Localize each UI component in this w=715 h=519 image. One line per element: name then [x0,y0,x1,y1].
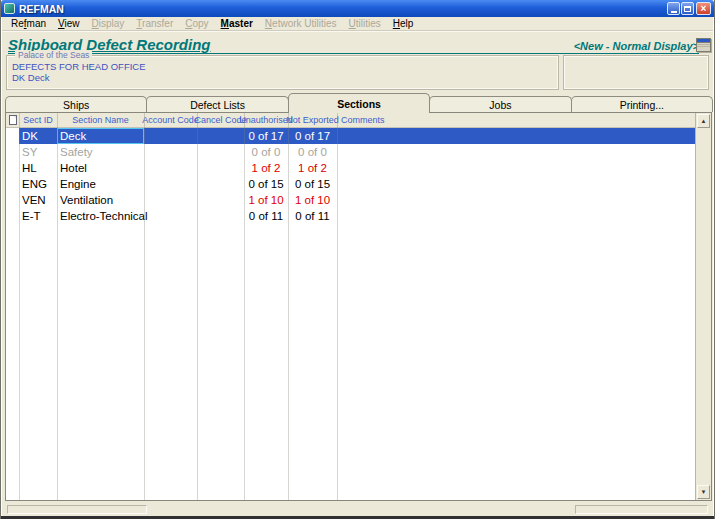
window-display-icon-grid [697,45,710,47]
cell-not-exported[interactable]: 0 of 15 [288,176,337,192]
menu-item-display: Display [86,18,131,29]
tab-jobs[interactable]: Jobs [429,96,571,112]
close-icon: × [701,4,707,14]
page-header: Shipboard Defect Recording <New - Normal… [8,33,699,54]
cell-cancel-code[interactable] [197,176,244,192]
table-row-dk[interactable]: DKDeck0 of 170 of 17 [19,128,695,144]
table-row-e-t[interactable]: E-TElectro-Technical0 of 110 of 11 [19,208,695,224]
cell-not-exported[interactable]: 1 of 10 [288,192,337,208]
cell-cancel-code[interactable] [197,160,244,176]
column-header-section-name[interactable]: Section Name [57,113,144,127]
menu-item-utilities: Utilities [343,18,387,29]
cell-sect-id[interactable]: DK [19,128,57,144]
cell-sect-id[interactable]: VEN [19,192,57,208]
cell-section-name[interactable]: Deck [57,128,144,144]
status-panel-right [575,505,708,514]
menu-item-transfer: Transfer [130,18,179,29]
restore-icon [684,6,691,12]
cell-section-name[interactable]: Engine [57,176,144,192]
menu-item-view[interactable]: View [52,18,86,29]
cell-account-code[interactable] [144,160,197,176]
menu-item-network-utilities: Network Utilities [259,18,343,29]
column-header-account-code[interactable]: Account Code [144,113,197,127]
defect-list-name: DEFECTS FOR HEAD OFFICE [7,61,558,72]
cell-cancel-code[interactable] [197,128,244,144]
tab-ships[interactable]: Ships [5,96,147,112]
cell-not-exported[interactable]: 0 of 0 [288,144,337,160]
row-indicator-column [6,113,19,127]
cell-not-exported[interactable]: 0 of 17 [288,128,337,144]
cell-unauthorised[interactable]: 0 of 17 [244,128,288,144]
column-header-not-exported[interactable]: Not Exported [288,113,337,127]
cell-unauthorised[interactable]: 0 of 0 [244,144,288,160]
cell-sect-id[interactable]: HL [19,160,57,176]
cell-comments[interactable] [337,192,695,208]
tab-printing[interactable]: Printing... [571,96,713,112]
cell-account-code[interactable] [144,128,197,144]
application-window: REFMAN × RefmanViewDisplayTransferCopyMa… [0,0,715,519]
cell-section-name[interactable]: Ventilation [57,192,144,208]
cell-sect-id[interactable]: SY [19,144,57,160]
minimize-button[interactable] [667,2,680,15]
cell-unauthorised[interactable]: 1 of 2 [244,160,288,176]
cell-section-name[interactable]: Safety [57,144,144,160]
cell-not-exported[interactable]: 1 of 2 [288,160,337,176]
status-panel-left [7,505,147,514]
window-display-icon[interactable] [696,38,711,52]
sections-table: Sect IDSection NameAccount CodeCancel Co… [5,112,712,501]
cell-cancel-code[interactable] [197,192,244,208]
table-row-eng[interactable]: ENGEngine0 of 150 of 15 [19,176,695,192]
cell-comments[interactable] [337,144,695,160]
cell-comments[interactable] [337,128,695,144]
table-row-hl[interactable]: HLHotel1 of 21 of 2 [19,160,695,176]
table-row-ven[interactable]: VENVentilation1 of 101 of 10 [19,192,695,208]
tab-defect-lists[interactable]: Defect Lists [146,96,288,112]
title-bar[interactable]: REFMAN × [1,0,714,17]
close-button[interactable]: × [696,2,711,15]
scroll-down-button[interactable]: ▼ [697,485,710,499]
column-header-comments[interactable]: Comments [337,113,695,127]
cell-unauthorised[interactable]: 0 of 11 [244,208,288,224]
cell-account-code[interactable] [144,208,197,224]
cell-account-code[interactable] [144,192,197,208]
restore-button[interactable] [681,2,694,15]
status-bar [2,502,713,516]
cell-comments[interactable] [337,160,695,176]
menu-item-master[interactable]: Master [215,18,259,29]
display-mode-label: <New - Normal Display> [574,40,699,53]
ship-info-groupbox: Palace of the Seas DEFECTS FOR HEAD OFFI… [6,55,559,90]
cell-account-code[interactable] [144,176,197,192]
cell-comments[interactable] [337,208,695,224]
cell-section-name[interactable]: Hotel [57,160,144,176]
table-row-sy[interactable]: SYSafety0 of 00 of 0 [19,144,695,160]
menu-item-refman[interactable]: Refman [5,18,52,29]
cell-section-name[interactable]: Electro-Technical [57,208,144,224]
cell-sect-id[interactable]: ENG [19,176,57,192]
vertical-scrollbar[interactable]: ▲ ▼ [695,113,711,500]
menu-bar: RefmanViewDisplayTransferCopyMasterNetwo… [2,17,713,31]
cell-comments[interactable] [337,176,695,192]
cell-cancel-code[interactable] [197,144,244,160]
table-header-row: Sect IDSection NameAccount CodeCancel Co… [6,113,695,128]
minimize-icon [671,11,677,13]
cell-account-code[interactable] [144,144,197,160]
column-header-unauthorised[interactable]: Unauthorised [244,113,288,127]
secondary-groupbox [563,55,709,90]
column-header-sect-id[interactable]: Sect ID [19,113,57,127]
document-icon [9,115,17,125]
ship-name-label: Palace of the Seas [15,51,92,60]
cell-cancel-code[interactable] [197,208,244,224]
window-title: REFMAN [19,3,64,15]
table-body: DKDeck0 of 170 of 17SYSafety0 of 00 of 0… [6,128,695,500]
tab-sections[interactable]: Sections [288,93,430,113]
tab-strip: ShipsDefect ListsSectionsJobsPrinting... [5,93,712,112]
scroll-up-button[interactable]: ▲ [697,114,710,128]
current-section-label: DK Deck [7,72,558,83]
cell-not-exported[interactable]: 0 of 11 [288,208,337,224]
column-header-cancel-code[interactable]: Cancel Code [197,113,244,127]
cell-unauthorised[interactable]: 0 of 15 [244,176,288,192]
cell-unauthorised[interactable]: 1 of 10 [244,192,288,208]
cell-sect-id[interactable]: E-T [19,208,57,224]
menu-item-help[interactable]: Help [387,18,420,29]
app-icon [4,3,15,14]
